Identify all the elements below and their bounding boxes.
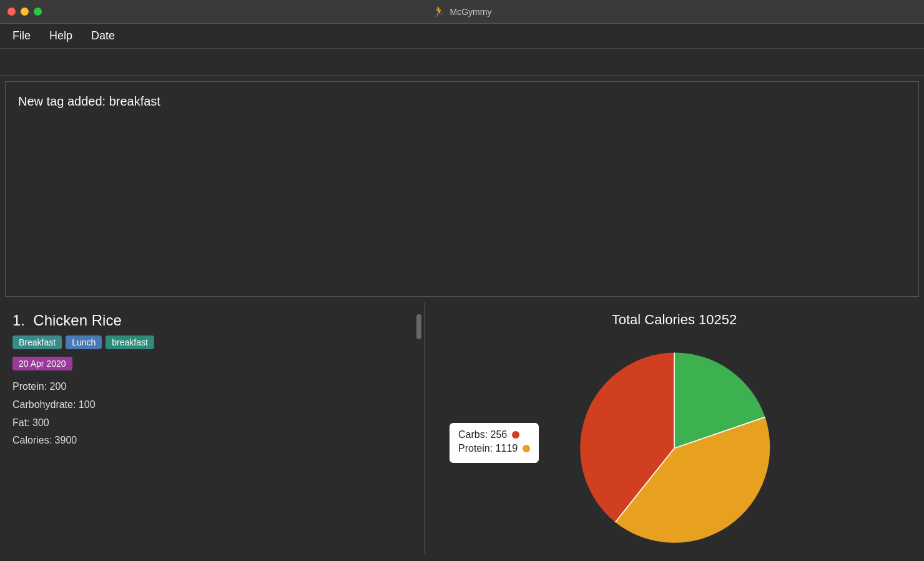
carbs-dot: [512, 431, 519, 439]
message-area: New tag added: breakfast: [5, 81, 919, 297]
calories-label: Calories:: [12, 435, 52, 445]
search-input[interactable]: [12, 56, 912, 76]
menu-help[interactable]: Help: [49, 29, 72, 42]
nutrition-info: Protein: 200 Carbohydrate: 100 Fat: 300 …: [12, 378, 411, 450]
window-controls[interactable]: [7, 7, 42, 16]
title-bar: 🏃 McGymmy: [0, 0, 924, 24]
menu-bar: File Help Date: [0, 24, 924, 49]
search-area[interactable]: [0, 49, 924, 76]
menu-file[interactable]: File: [12, 29, 31, 42]
minimize-button[interactable]: [21, 7, 29, 16]
food-item-title: 1. Chicken Rice: [12, 312, 411, 329]
scrollbar-thumb[interactable]: [416, 314, 421, 339]
calories-row: Calories: 3900: [12, 432, 411, 450]
bottom-panel: 1. Chicken Rice Breakfast Lunch breakfas…: [0, 302, 924, 554]
close-button[interactable]: [7, 7, 16, 16]
chart-legend: Carbs: 256 Protein: 1119: [450, 423, 539, 463]
menu-date[interactable]: Date: [91, 29, 115, 42]
chart-title: Total Calories 10252: [612, 312, 737, 328]
legend-protein: Protein: 1119: [458, 443, 530, 454]
carbohydrate-row: Carbohydrate: 100: [12, 396, 411, 414]
protein-row: Protein: 200: [12, 378, 411, 396]
legend-carbs: Carbs: 256: [458, 429, 530, 440]
app-icon: 🏃: [433, 6, 445, 17]
fat-row: Fat: 300: [12, 414, 411, 432]
protein-value: 200: [50, 381, 67, 392]
message-text: New tag added: breakfast: [18, 94, 906, 109]
fat-label: Fat:: [12, 417, 30, 428]
chart-panel: Total Calories 10252 Carbs: 256 Protein:…: [425, 302, 924, 554]
item-number: 1.: [12, 312, 25, 329]
fat-value: 300: [32, 417, 49, 428]
tag-breakfast2[interactable]: breakfast: [106, 335, 154, 349]
protein-dot: [523, 445, 530, 452]
window-title: 🏃 McGymmy: [433, 6, 492, 17]
tags-row: Breakfast Lunch breakfast: [12, 335, 411, 349]
legend-carbs-label: Carbs: 256: [458, 429, 507, 440]
carbohydrate-label: Carbohydrate:: [12, 399, 76, 410]
protein-label: Protein:: [12, 381, 47, 392]
date-badge: 20 Apr 2020: [12, 357, 72, 370]
food-list-panel: 1. Chicken Rice Breakfast Lunch breakfas…: [0, 302, 425, 554]
chart-container: Carbs: 256 Protein: 1119: [437, 338, 912, 463]
legend-protein-label: Protein: 1119: [458, 443, 518, 454]
item-name: Chicken Rice: [33, 312, 121, 329]
tag-lunch[interactable]: Lunch: [66, 335, 102, 349]
calories-value: 3900: [55, 435, 77, 445]
carbohydrate-value: 100: [79, 399, 96, 410]
maximize-button[interactable]: [34, 7, 42, 16]
pie-chart-svg: [568, 338, 780, 463]
tag-breakfast[interactable]: Breakfast: [12, 335, 62, 349]
